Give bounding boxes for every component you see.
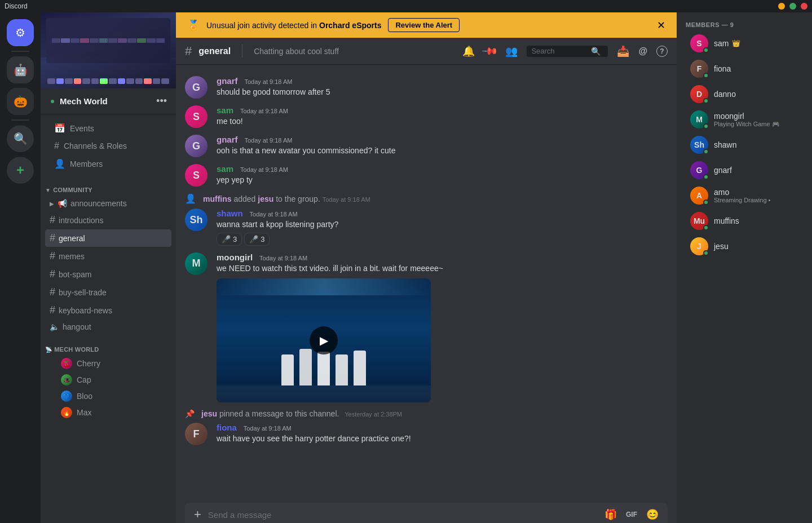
pin-icon[interactable]: 📌 [482, 42, 499, 60]
shawn-avatar: Sh [185, 209, 208, 231]
reaction-emoji: 🎤 [249, 235, 258, 243]
gif-button[interactable]: GIF [624, 509, 639, 520]
app-container: ⚙ 🤖 🎃 🔍 + [0, 12, 812, 523]
channel-buy-sell-trade[interactable]: # buy-sell-trade [45, 283, 171, 301]
channels-roles-label: Channels & Roles [64, 141, 127, 150]
crown-icon: 👑 [732, 39, 740, 47]
channel-keyboard-news[interactable]: # keyboard-news [45, 302, 171, 319]
server-options-button[interactable]: ••• [156, 95, 167, 107]
member-item-shawn[interactable]: Sh shawn [681, 132, 807, 157]
member-item-danno[interactable]: D danno [681, 82, 807, 107]
events-label: Events [70, 124, 94, 133]
member-name-fiona: fiona [714, 64, 731, 73]
mention-icon[interactable]: @ [638, 46, 647, 56]
channel-hangout[interactable]: 🔈 hangout [45, 320, 171, 334]
sub-channel-bloo[interactable]: 💙 Bloo [45, 388, 171, 404]
alert-close-button[interactable]: ✕ [657, 19, 665, 32]
channels-roles-nav-item[interactable]: # Channels & Roles [45, 138, 171, 154]
person-add-icon: 👤 [185, 193, 196, 204]
explore-button[interactable]: 🔍 [7, 125, 34, 152]
member-item-sam[interactable]: S sam 👑 [681, 31, 807, 56]
channel-general[interactable]: # general [45, 229, 171, 247]
reaction-2[interactable]: 🎤 3 [244, 233, 270, 246]
channel-bot-spam[interactable]: # bot-spam [45, 265, 171, 283]
member-item-fiona[interactable]: F fiona [681, 56, 807, 81]
add-attachment-button[interactable]: + [194, 507, 201, 522]
sub-channel-cherry[interactable]: 🍒 Cherry [45, 356, 171, 371]
moongirl-member-avatar: M [690, 110, 708, 128]
member-item-jesu[interactable]: J jesu [681, 234, 807, 259]
plus-icon: + [16, 162, 24, 178]
sub-channel-cap[interactable]: 🎩 Cap [45, 372, 171, 388]
member-name-muffins: muffins [714, 216, 739, 225]
server-icon-2[interactable]: 🎃 [7, 88, 34, 115]
help-icon[interactable]: ? [656, 46, 668, 57]
channel-header: # general Chatting about cool stuff 🔔 📌 … [176, 38, 677, 65]
message-input-box: + 🎁 GIF 😊 [185, 503, 668, 523]
inbox-icon[interactable]: 📥 [617, 45, 629, 57]
sub-channel-max[interactable]: 🔥 Max [45, 405, 171, 420]
channel-keyboard-news-label: keyboard-news [59, 306, 112, 315]
cherry-label: Cherry [77, 359, 100, 368]
hash-icon: # [54, 141, 59, 151]
message-group-gnarf-2: G gnarf Today at 9:18 AM ooh is that a n… [176, 132, 677, 159]
close-button[interactable] [801, 3, 807, 10]
message-input[interactable] [208, 510, 598, 520]
member-info: sam 👑 [714, 39, 740, 48]
channel-bot-spam-label: bot-spam [59, 270, 91, 279]
minimize-button[interactable] [778, 3, 785, 10]
channel-memes[interactable]: # memes [45, 247, 171, 265]
video-play-button[interactable]: ▶ [310, 326, 338, 354]
hash-icon: # [50, 232, 55, 244]
message-content: fiona Today at 9:18 AM wait have you see… [217, 423, 668, 445]
message-input-area: + 🎁 GIF 😊 [176, 494, 677, 523]
member-activity-amo: Streaming Drawing • [714, 197, 770, 203]
community-section-header[interactable]: ▼ COMMUNITY [41, 178, 176, 196]
mech-world-section: 📡 Mech World 🍒 Cherry 🎩 Cap 💙 Bloo 🔥 Max [41, 337, 176, 421]
member-item-moongirl[interactable]: M moongirl Playing Witch Game 🎮 [681, 107, 807, 132]
hash-icon: # [50, 214, 55, 226]
discord-home-button[interactable]: ⚙ [7, 19, 34, 46]
reaction-emoji: 🎤 [222, 235, 231, 243]
message-text: we NEED to watch this txt video. ill joi… [217, 263, 668, 274]
search-input[interactable] [531, 47, 588, 55]
header-divider [242, 45, 242, 58]
member-name-shawn: shawn [714, 140, 736, 149]
maximize-button[interactable] [789, 3, 796, 10]
reaction-1[interactable]: 🎤 3 [217, 233, 242, 246]
moongirl-status-indicator [703, 123, 709, 129]
member-item-gnarf[interactable]: G gnarf [681, 158, 807, 183]
message-content: sam Today at 9:18 AM me too! [217, 105, 668, 128]
fiona-member-avatar: F [690, 60, 708, 78]
members-panel-icon[interactable]: 👥 [505, 45, 518, 57]
message-content: sam Today at 9:18 AM yep yep ty [217, 164, 668, 187]
channel-announcements[interactable]: ▶ 📢 announcements [45, 196, 171, 211]
server-header[interactable]: Mech World ••• [41, 88, 176, 114]
header-actions: 🔔 📌 👥 🔍 📥 @ ? [462, 45, 668, 57]
server-icon-1[interactable]: 🤖 [7, 56, 34, 83]
gift-icon[interactable]: 🎁 [604, 508, 617, 521]
emoji-icon[interactable]: 😊 [646, 508, 659, 521]
message-timestamp: Today at 9:18 AM [244, 137, 292, 144]
message-text: should be good tomorrow after 5 [217, 87, 668, 98]
chat-area[interactable]: G gnarf Today at 9:18 AM should be good … [176, 65, 677, 494]
channel-introductions[interactable]: # introductions [45, 211, 171, 229]
review-alert-button[interactable]: Review the Alert [388, 18, 460, 32]
members-label: Members [70, 159, 103, 169]
calendar-icon: 📅 [54, 123, 65, 134]
message-timestamp: Today at 9:18 AM [240, 166, 288, 173]
message-author: moongirl [217, 252, 253, 262]
add-server-button[interactable]: + [7, 157, 34, 184]
member-item-muffins[interactable]: Mu muffins [681, 209, 807, 233]
member-item-amo[interactable]: A amo Streaming Drawing • [681, 183, 807, 208]
channel-memes-label: memes [59, 252, 85, 261]
message-author: sam [217, 164, 233, 174]
channel-header-name: general [198, 46, 231, 56]
search-box[interactable]: 🔍 [527, 46, 608, 57]
bell-icon[interactable]: 🔔 [462, 45, 475, 57]
members-nav-item[interactable]: 👤 Members [45, 155, 171, 172]
events-nav-item[interactable]: 📅 Events [45, 119, 171, 137]
server-online-indicator [50, 99, 55, 104]
mech-world-section-header[interactable]: 📡 Mech World [41, 337, 176, 355]
message-content: gnarf Today at 9:18 AM should be good to… [217, 76, 668, 99]
